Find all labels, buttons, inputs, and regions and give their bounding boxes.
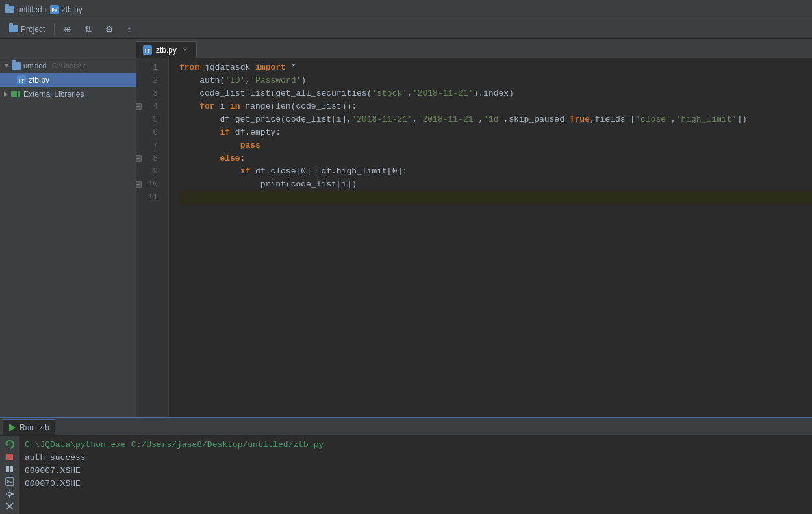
editor-area: 1 2 3 4 − 5 6 7 8 − 9 10 − 11 — [136, 58, 812, 417]
console-text-1: auth success — [25, 452, 86, 465]
svg-rect-6 — [6, 466, 9, 472]
line-num-10: 10 − — [136, 178, 163, 191]
tab-py-icon: py — [143, 45, 152, 55]
code-line-3: code_list=list(get_all_securities('stock… — [179, 87, 812, 100]
svg-marker-4 — [6, 443, 8, 446]
svg-marker-3 — [9, 424, 16, 431]
folder-icon — [5, 6, 14, 13]
sidebar-lib-expand-icon — [4, 92, 8, 97]
stop-button[interactable] — [2, 451, 18, 462]
bottom-panel: Run ztb — [0, 417, 812, 514]
svg-rect-0 — [11, 91, 14, 97]
sidebar-project-header[interactable]: untitled C:\Users\ja — [0, 58, 136, 73]
py-file-icon-sidebar: py — [17, 75, 26, 84]
sidebar: untitled C:\Users\ja py ztb.py External … — [0, 58, 136, 417]
fold-btn-8[interactable]: − — [136, 155, 142, 162]
settings-icon: ⚙ — [105, 24, 114, 34]
title-project: untitled — [5, 5, 42, 14]
menu-divider-1 — [54, 23, 55, 35]
console-output[interactable]: C:\JQData\python.exe C:/Users/jase8/Desk… — [19, 436, 812, 514]
line-num-7: 7 — [136, 139, 163, 152]
line-num-8: 8 − — [136, 152, 163, 165]
console-text-2: 000007.XSHE — [25, 465, 81, 478]
sidebar-collapse-icon — [4, 64, 9, 68]
line-num-6: 6 — [136, 126, 163, 139]
code-line-7: pass — [179, 139, 812, 152]
bottom-content: C:\JQData\python.exe C:/Users/jase8/Desk… — [0, 436, 812, 514]
menu-project-label: Project — [21, 25, 45, 34]
sidebar-project-name: untitled — [23, 62, 46, 70]
main-layout: untitled C:\Users\ja py ztb.py External … — [0, 58, 812, 417]
run-toolbar — [0, 436, 19, 514]
code-line-5: df=get_price(code_list[i],'2018-11-21','… — [179, 113, 812, 126]
rerun-icon — [5, 439, 15, 450]
console-icon — [5, 477, 14, 486]
fold-btn-10[interactable]: − — [136, 181, 142, 188]
code-line-11 — [179, 191, 812, 204]
code-area[interactable]: from jqdatasdk import * auth('ID','Passw… — [169, 58, 812, 417]
settings-run-button[interactable] — [2, 488, 18, 499]
menu-layout[interactable]: ↕ — [121, 22, 136, 36]
title-file-name: ztb.py — [62, 5, 82, 14]
code-line-8: else: — [179, 152, 812, 165]
sidebar-file-label: ztb.py — [29, 75, 49, 84]
menu-project-icon — [9, 25, 18, 32]
svg-point-10 — [8, 492, 11, 495]
menu-settings[interactable]: ⚙ — [100, 22, 119, 36]
console-button[interactable] — [2, 476, 18, 487]
run-tab-file: ztb — [39, 423, 49, 432]
close-run-icon — [5, 502, 14, 511]
menu-bar: Project ⊕ ⇅ ⚙ ↕ — [0, 19, 812, 39]
py-file-icon: py — [50, 5, 59, 14]
code-line-6: if df.empty: — [179, 126, 812, 139]
line-num-1: 1 — [136, 61, 163, 74]
console-output-line-3: 000070.XSHE — [25, 478, 807, 491]
line-num-3: 3 — [136, 87, 163, 100]
pause-button[interactable] — [2, 463, 18, 474]
settings-run-icon — [5, 489, 14, 498]
menu-sync[interactable]: ⇅ — [79, 22, 97, 36]
sync-icon: ⇅ — [84, 24, 92, 34]
add-icon: ⊕ — [64, 24, 71, 34]
sidebar-item-ztb-py[interactable]: py ztb.py — [0, 73, 136, 87]
tab-label: ztb.py — [156, 45, 177, 55]
code-line-1: from jqdatasdk import * — [179, 61, 812, 74]
svg-rect-7 — [10, 466, 13, 472]
sidebar-lib-label: External Libraries — [23, 90, 84, 99]
code-line-4: for i in range(len(code_list)): — [179, 100, 812, 113]
run-tab-icon — [8, 423, 17, 432]
run-tab-bar: Run ztb — [0, 418, 812, 436]
console-output-line-2: 000007.XSHE — [25, 465, 807, 478]
console-text-3: 000070.XSHE — [25, 478, 81, 491]
sidebar-item-external-libraries[interactable]: External Libraries — [0, 87, 136, 101]
code-line-10: print(code_list[i]) — [179, 178, 812, 191]
fold-btn-4[interactable]: − — [136, 103, 142, 110]
line-num-5: 5 — [136, 113, 163, 126]
line-num-2: 2 — [136, 74, 163, 87]
svg-rect-2 — [18, 91, 20, 97]
rerun-button[interactable] — [2, 439, 18, 450]
title-project-name: untitled — [17, 5, 42, 14]
run-tab[interactable]: Run ztb — [3, 419, 55, 435]
code-line-9: if df.close[0]==df.high_limit[0]: — [179, 165, 812, 178]
console-command-text: C:\JQData\python.exe C:/Users/jase8/Desk… — [25, 439, 324, 452]
library-icon — [10, 89, 21, 99]
tab-bar: py ztb.py ✕ — [0, 39, 812, 58]
stop-icon — [5, 452, 14, 461]
menu-add[interactable]: ⊕ — [58, 22, 77, 36]
layout-icon: ↕ — [127, 24, 131, 34]
code-line-2: auth('ID','Password') — [179, 74, 812, 87]
menu-project[interactable]: Project — [4, 23, 50, 36]
line-num-9: 9 — [136, 165, 163, 178]
title-file: py ztb.py — [50, 5, 82, 14]
close-run-button[interactable] — [2, 500, 18, 511]
title-separator: › — [45, 5, 47, 14]
sidebar-project-path: C:\Users\ja — [51, 62, 86, 70]
line-numbers: 1 2 3 4 − 5 6 7 8 − 9 10 − 11 — [136, 58, 169, 417]
pause-icon — [5, 465, 14, 474]
tab-close-button[interactable]: ✕ — [181, 45, 190, 55]
tab-ztb-py[interactable]: py ztb.py ✕ — [136, 41, 197, 58]
console-command-line: C:\JQData\python.exe C:/Users/jase8/Desk… — [25, 439, 807, 452]
line-num-4: 4 − — [136, 100, 163, 113]
sidebar-project-folder-icon — [12, 62, 21, 70]
